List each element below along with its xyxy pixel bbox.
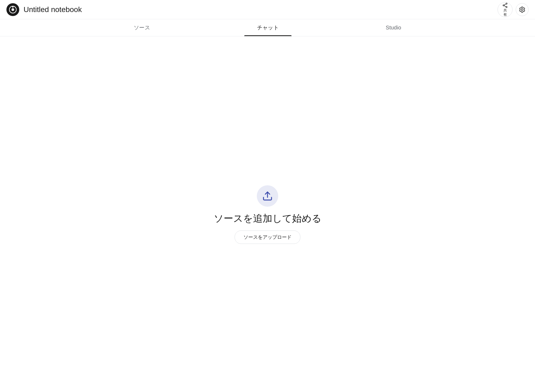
tab-chat[interactable]: チャット [244, 19, 292, 36]
nav-tabs-inner: ソース チャット Studio [80, 19, 455, 36]
svg-point-1 [12, 8, 14, 11]
empty-state: ソースを追加して始める ソースをアップロード [214, 185, 322, 244]
settings-icon [519, 6, 525, 13]
svg-point-2 [12, 6, 14, 7]
main-content: ソースを追加して始める ソースをアップロード [0, 36, 535, 392]
upload-source-button[interactable]: ソースをアップロード [235, 230, 300, 244]
header-left: Untitled notebook [6, 3, 82, 16]
share-label: 共有 [503, 8, 507, 17]
svg-point-3 [506, 3, 507, 4]
app-logo [6, 3, 19, 16]
svg-line-7 [504, 6, 506, 7]
settings-button[interactable] [516, 3, 529, 16]
tab-source[interactable]: ソース [121, 19, 163, 36]
tab-studio[interactable]: Studio [373, 20, 414, 36]
upload-icon-circle [257, 185, 278, 207]
nav-tabs: ソース チャット Studio [0, 19, 535, 36]
share-icon [502, 2, 508, 8]
header: Untitled notebook 共有 [0, 0, 535, 19]
share-button[interactable]: 共有 [498, 2, 513, 17]
upload-icon [262, 191, 273, 201]
notebook-title: Untitled notebook [24, 5, 82, 14]
header-right: 共有 [498, 2, 529, 17]
svg-line-6 [504, 4, 506, 5]
svg-point-4 [503, 5, 504, 6]
empty-state-title: ソースを追加して始める [214, 212, 322, 225]
svg-point-5 [506, 6, 507, 8]
